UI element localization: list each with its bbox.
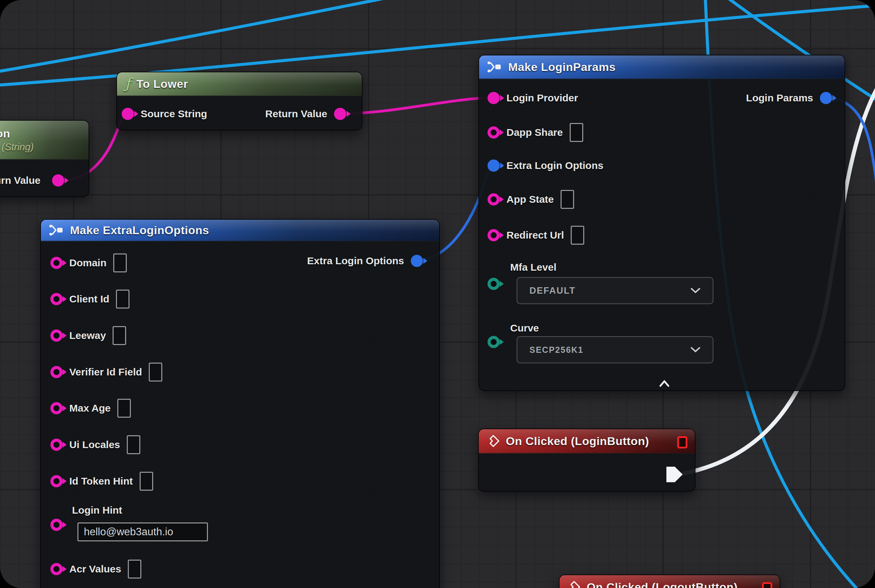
verifier-id-field-input[interactable]	[149, 363, 162, 381]
extra-login-options-out-row: Extra Login Options	[307, 251, 423, 271]
node-partial-function[interactable]: tion ox (String) eturn Value	[0, 120, 89, 197]
acr-values-label: Acr Values	[69, 563, 121, 575]
verifier-id-field-pin[interactable]	[50, 366, 63, 378]
curve-dropdown[interactable]: SECP256K1	[517, 336, 713, 363]
login-params-out-label: Login Params	[746, 92, 813, 104]
wire-background-blue-1	[0, 0, 389, 72]
leeway-input[interactable]	[113, 326, 126, 345]
mfa-level-dropdown[interactable]: DEFAULT	[517, 277, 713, 304]
acr-values-pin[interactable]	[50, 563, 63, 575]
max-age-input[interactable]	[117, 399, 131, 418]
to-lower-header[interactable]: ƒ To Lower	[117, 72, 362, 96]
id-token-hint-row: Id Token Hint	[50, 471, 153, 491]
node-on-clicked-logout-button[interactable]: On Clicked (LogoutButton)	[559, 574, 780, 588]
curve-label: Curve	[510, 322, 539, 334]
node-to-lower[interactable]: ƒ To Lower Source String Return Value	[116, 72, 362, 130]
make-struct-icon	[487, 61, 502, 73]
app-state-input[interactable]	[561, 190, 574, 209]
acr-values-input[interactable]	[128, 560, 141, 579]
node-make-extra-login-options[interactable]: Make ExtraLoginOptions Domain Client Id …	[40, 219, 440, 588]
extra-login-options-out-pin[interactable]	[411, 255, 423, 267]
partial-return-value-row: eturn Value	[0, 170, 64, 190]
chevron-down-icon	[690, 347, 701, 353]
node-on-clicked-login-button[interactable]: On Clicked (LoginButton)	[478, 429, 696, 492]
screenshot-stage: tion ox (String) eturn Value ƒ To Lower …	[0, 0, 875, 588]
node-partial-header[interactable]: tion ox (String)	[0, 121, 89, 159]
make-login-params-header[interactable]: Make LoginParams	[479, 56, 845, 79]
redirect-url-pin[interactable]	[487, 229, 500, 241]
extra-login-options-out-label: Extra Login Options	[307, 255, 404, 267]
exec-out-pin[interactable]	[666, 466, 683, 482]
partial-return-value-pin[interactable]	[52, 174, 64, 186]
login-hint-pin[interactable]	[50, 519, 63, 531]
return-value-row: Return Value	[265, 104, 346, 124]
dapp-share-row: Dapp Share	[487, 122, 583, 142]
on-clicked-login-header[interactable]: On Clicked (LoginButton)	[479, 429, 695, 453]
login-hint-value: hello@web3auth.io	[84, 526, 173, 538]
node-partial-subtitle: ox (String)	[0, 142, 34, 153]
login-params-out-pin[interactable]	[820, 92, 832, 104]
dapp-share-pin[interactable]	[487, 126, 500, 138]
max-age-label: Max Age	[69, 402, 111, 414]
app-state-label: App State	[507, 194, 554, 205]
source-string-pin[interactable]	[122, 108, 134, 120]
domain-input[interactable]	[113, 254, 127, 272]
collapse-node-button[interactable]	[656, 379, 672, 388]
client-id-input[interactable]	[116, 290, 129, 309]
ui-locales-pin[interactable]	[50, 439, 63, 451]
mfa-level-pin[interactable]	[487, 278, 500, 290]
id-token-hint-pin[interactable]	[50, 475, 63, 487]
source-string-row: Source String	[122, 104, 207, 124]
chevron-down-icon	[690, 288, 701, 294]
make-struct-icon	[49, 224, 64, 236]
id-token-hint-label: Id Token Hint	[69, 476, 133, 487]
mfa-level-label: Mfa Level	[510, 261, 556, 273]
on-clicked-logout-header[interactable]: On Clicked (LogoutButton)	[559, 575, 780, 588]
login-hint-label: Login Hint	[72, 504, 122, 516]
event-icon	[568, 580, 580, 588]
redirect-url-input[interactable]	[571, 226, 584, 244]
extra-login-options-in-row: Extra Login Options	[487, 156, 603, 176]
return-value-pin[interactable]	[334, 108, 346, 120]
ui-locales-label: Ui Locales	[69, 439, 120, 450]
blueprint-canvas[interactable]: tion ox (String) eturn Value ƒ To Lower …	[0, 0, 875, 588]
wire-tolower-to-provider	[341, 98, 492, 114]
ui-locales-row: Ui Locales	[50, 435, 140, 455]
domain-row: Domain	[50, 253, 127, 273]
mfa-level-value: DEFAULT	[529, 285, 576, 296]
source-string-label: Source String	[141, 108, 207, 120]
acr-values-row: Acr Values	[50, 559, 141, 579]
redirect-url-label: Redirect Url	[507, 230, 564, 241]
delegate-pin[interactable]	[677, 436, 687, 448]
extra-login-options-in-pin[interactable]	[487, 159, 500, 172]
domain-label: Domain	[69, 257, 107, 268]
ui-locales-input[interactable]	[127, 435, 140, 454]
login-params-out-row: Login Params	[746, 88, 832, 108]
client-id-row: Client Id	[50, 289, 129, 309]
login-hint-input[interactable]: hello@web3auth.io	[77, 522, 208, 542]
curve-value: SECP256K1	[529, 345, 583, 355]
login-provider-pin[interactable]	[487, 92, 500, 104]
function-icon: ƒ	[125, 77, 131, 91]
chevron-up-icon	[656, 379, 672, 388]
id-token-hint-input[interactable]	[140, 472, 153, 490]
app-state-row: App State	[487, 189, 574, 210]
verifier-id-field-label: Verifier Id Field	[69, 366, 142, 378]
client-id-pin[interactable]	[50, 293, 63, 305]
leeway-row: Leeway	[50, 326, 126, 346]
leeway-label: Leeway	[69, 330, 106, 341]
make-extra-login-options-header[interactable]: Make ExtraLoginOptions	[41, 220, 439, 241]
delegate-pin[interactable]	[762, 582, 772, 588]
leeway-pin[interactable]	[50, 330, 63, 342]
dapp-share-label: Dapp Share	[507, 127, 563, 138]
partial-return-value-label: eturn Value	[0, 175, 41, 186]
on-clicked-logout-title: On Clicked (LogoutButton)	[586, 580, 738, 588]
verifier-id-field-row: Verifier Id Field	[50, 362, 162, 382]
max-age-pin[interactable]	[50, 402, 63, 414]
domain-pin[interactable]	[50, 257, 63, 269]
curve-pin[interactable]	[487, 336, 500, 348]
client-id-label: Client Id	[69, 293, 109, 305]
node-make-login-params[interactable]: Make LoginParams Login Provider Login Pa…	[478, 55, 845, 391]
dapp-share-input[interactable]	[570, 123, 583, 142]
app-state-pin[interactable]	[487, 193, 500, 206]
